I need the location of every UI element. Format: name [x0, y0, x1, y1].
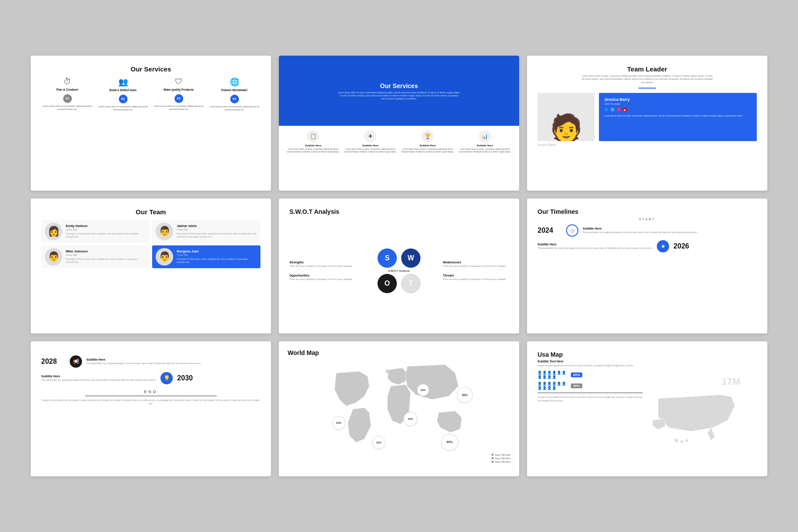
team-member-jakhar: 👨 Jakhar minis / Post Title Passages of …	[152, 220, 260, 243]
world-map-svg	[288, 360, 510, 452]
person-16: 👤	[562, 382, 566, 386]
svc-item-4: 📊 Subtitle Here Lorem ipsum dolor sit am…	[458, 130, 513, 154]
social-icons-row: f t i ▶	[604, 107, 752, 112]
person-7: 👤	[538, 375, 542, 379]
swot-right-col: Weaknesses There are many variations of …	[443, 261, 509, 281]
mike-photo: 👨	[45, 248, 62, 266]
svc-item-1: 📋 Subtitle Here Lorem ipsum dolor sit am…	[286, 130, 341, 154]
slide-8-title: World Map	[288, 349, 510, 356]
service-num-1: 01	[63, 94, 72, 103]
mike-info: Mike Johnson / Post Title Passages of lo…	[66, 249, 146, 264]
slide-swot: S.W.O.T Analysis Strengths There are man…	[279, 199, 519, 333]
team-member-mike: 👨 Mike Johnson / Post Title Passages of …	[41, 245, 150, 268]
strengths-text: There are many variations of passages of…	[289, 265, 355, 268]
person-11: 👤	[538, 382, 542, 386]
member-role: CEO Founder	[604, 103, 752, 105]
service-num-4: 04	[230, 95, 239, 103]
swot-top-row: S W	[378, 248, 420, 268]
person-10: 👤	[552, 375, 556, 379]
service-icon-1: ⏱	[41, 77, 93, 86]
slide-4-title: Our Team	[41, 208, 260, 216]
usa-bottom-text: A peep at some distant arb has power to …	[538, 396, 643, 402]
youtube-icon: ▶	[623, 107, 627, 112]
usa-map-svg	[647, 360, 757, 466]
people-icons-1: 👤 👤 👤 👤 👤 👤 👤 👤 👤 👤	[538, 371, 568, 379]
swot-left-col: Strengths There are many variations of p…	[289, 261, 355, 281]
service-item-3: 🛡 Make quality Products 03 Lorem ipsum d…	[153, 77, 205, 111]
services-bottom-grid: 📋 Subtitle Here Lorem ipsum dolor sit am…	[279, 126, 519, 157]
services-grid: ⏱ Plan & Creative! 01 Lorem ipsum dolor …	[41, 77, 260, 111]
tl-text-2024: Subtitle Here The placeholder text, begi…	[583, 227, 698, 234]
slide-2-subtitle: Lorem ipsum dolor sit amet, consectetur …	[338, 91, 460, 100]
slide-team-leader: Team Leader Lorem ipsum dolor sit amet, …	[527, 56, 767, 191]
timeline-row-2026: Subtitle Here The placeholder text, begi…	[538, 240, 757, 252]
emily-info: Emily Hadson / Post Title Passages of lo…	[66, 224, 146, 238]
tl-desc-2028: The placeholder text, beginning design t…	[86, 362, 201, 365]
person-15: 👤	[557, 382, 561, 386]
timeline-row-2030: Subtitle Here The placeholder text, begi…	[41, 372, 260, 384]
person-figure: 🧑	[550, 115, 583, 141]
info-card: Jessica Barry CEO Founder f t i ▶ Lorem …	[599, 93, 757, 141]
usa-layout: Subtitle Text Here A peep at some distan…	[538, 360, 757, 466]
tl-subtitle-2026: Subtitle Here	[538, 243, 652, 246]
twitter-icon: t	[610, 107, 615, 112]
slide-6-title: Our Timelines	[538, 208, 757, 215]
slide-timelines-end: 2028 📢 Subtitle Here The placeholder tex…	[31, 341, 271, 476]
end-divider	[85, 396, 217, 396]
slide-usa-map: Usa Map Subtitle Text Here A peep at som…	[527, 341, 767, 476]
swot-center-label: S.W.O.T Analysis	[388, 270, 410, 272]
svc-label-4: Subtitle Here	[458, 144, 513, 147]
stat-pct-2: 30%	[571, 383, 582, 388]
end-text: A peep at some distant arb has power to …	[41, 399, 260, 405]
svc-label-2: Subtitle Here	[343, 144, 398, 147]
team-photo: 🧑	[538, 93, 595, 141]
service-text-1: Lorem ipsum dolor sit consectetur adipis…	[41, 105, 93, 111]
tl-icon-2026: ★	[657, 240, 669, 252]
tl-desc-2026: The placeholder text, beginning design t…	[538, 247, 652, 250]
person-4: 👤	[552, 371, 556, 375]
person-1: 👤	[538, 371, 542, 375]
swot-threats: Threats There are many variations of pas…	[443, 274, 509, 281]
tl-text-2026-left: Subtitle Here The placeholder text, begi…	[538, 243, 652, 250]
slide-our-services-white: Our Services ⏱ Plan & Creative! 01 Lorem…	[31, 56, 271, 191]
usa-left: Subtitle Text Here A peep at some distan…	[538, 360, 643, 466]
bubble-20: 20%	[332, 416, 346, 429]
swot-center-circles: S W S.W.O.T Analysis O T	[360, 248, 438, 293]
slide-3-title: Team Leader	[538, 65, 757, 73]
person-17: 👤	[538, 386, 542, 390]
tl-text-2030-left: Subtitle Here The placeholder text, begi…	[41, 375, 156, 382]
slide-3-desc: Lorem ipsum dolor sit amet, consectetur …	[581, 74, 713, 85]
stat-row-2: 👤 👤 👤 👤 👤 👤 👤 👤 👤 👤 30%	[538, 382, 643, 390]
team-card: 🧑 Jessica Barry CEO Founder f t i ▶ Lore…	[538, 93, 757, 141]
service-text-3: Lorem ipsum dolor sit consectetur adipis…	[153, 105, 205, 111]
swot-weaknesses: Weaknesses There are many variations of …	[443, 261, 509, 268]
slide-9-title: Usa Map	[538, 351, 757, 358]
slide-2-title: Our Services	[380, 82, 418, 89]
slide-5-title: S.W.O.T Analysis	[289, 208, 509, 215]
service-num-2: 02	[119, 95, 128, 103]
decorative-line	[638, 88, 656, 89]
jakhar-role: / Post Title	[177, 228, 257, 231]
person-3: 👤	[547, 371, 552, 375]
swot-t-circle: T	[401, 274, 420, 293]
morgana-role: / Post Title	[177, 254, 257, 256]
person-5: 👤	[557, 371, 561, 375]
service-label-3: Make quality Products	[153, 88, 205, 92]
service-label-1: Plan & Creative!	[41, 88, 93, 92]
legend-item-1: Insert Title Here	[492, 454, 510, 456]
legend-text-2: Insert Title Here	[495, 457, 510, 460]
svg-point-2	[685, 439, 688, 442]
service-item-4: 🌐 Publish Worldwide! 04 Lorem ipsum dolo…	[208, 77, 260, 111]
morgana-name: Morgana Juke	[177, 249, 257, 253]
end-section: END A peep at some distant arb has power…	[41, 390, 260, 405]
person-13: 👤	[547, 382, 552, 386]
opportunities-text: There are many variations of passages of…	[289, 278, 355, 281]
map-container: 10% 50% 20% 40% 30% 60% Insert Title Her…	[288, 360, 510, 468]
jakhar-name: Jakhar minis	[177, 224, 257, 228]
tl-desc-2030: The placeholder text, beginning design t…	[41, 379, 156, 382]
year-2024: 2024	[538, 227, 562, 234]
service-item-2: 👥 Build a Skilled team 02 Lorem ipsum do…	[97, 77, 149, 111]
tl-subtitle-2024: Subtitle Here	[583, 227, 698, 230]
svc-label-1: Subtitle Here	[286, 144, 341, 147]
person-2: 👤	[542, 371, 547, 375]
